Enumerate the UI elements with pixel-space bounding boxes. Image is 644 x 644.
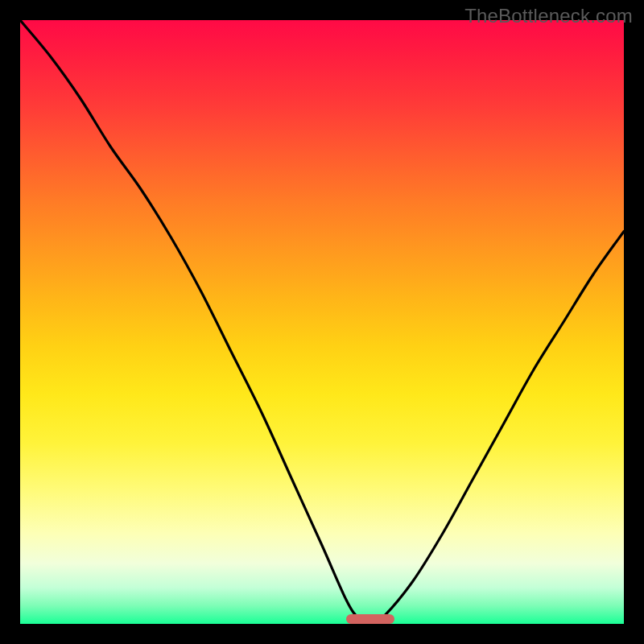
minimum-marker: [346, 614, 394, 624]
plot-area: [20, 20, 624, 624]
chart-frame: TheBottleneck.com: [0, 0, 644, 644]
watermark-text: TheBottleneck.com: [464, 5, 633, 27]
bottleneck-curve: [20, 20, 624, 624]
